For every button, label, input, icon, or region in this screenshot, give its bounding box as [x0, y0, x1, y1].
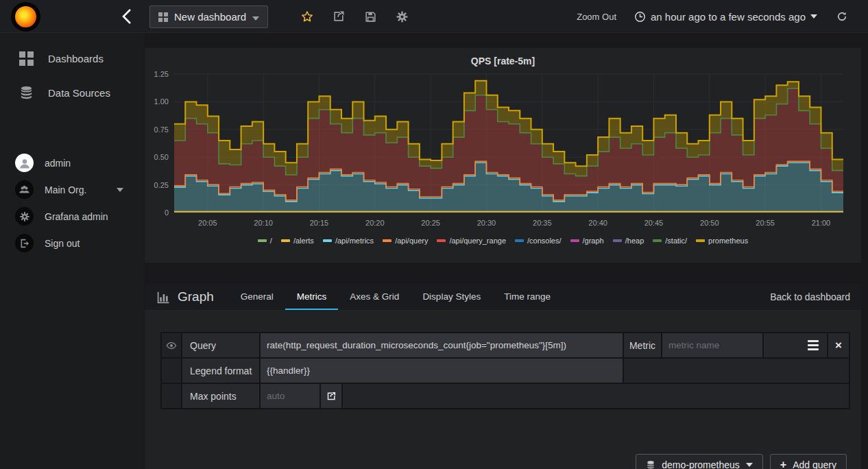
svg-text:21:00: 21:00 — [812, 219, 831, 227]
star-icon[interactable] — [300, 10, 314, 23]
svg-text:0.75: 0.75 — [154, 125, 169, 134]
legend-color-dash — [437, 239, 446, 242]
sidebar-item-label: Main Org. — [45, 184, 86, 195]
svg-text:20:40: 20:40 — [588, 219, 607, 227]
legend-format-input[interactable] — [261, 359, 623, 383]
legend-item[interactable]: /alerts — [281, 237, 314, 245]
legend-item[interactable]: / — [258, 237, 272, 245]
svg-text:20:35: 20:35 — [533, 219, 552, 227]
chart-legend: //alerts/api/metrics/api/query/api/query… — [145, 237, 861, 245]
sidebar-item-sign-out[interactable]: Sign out — [0, 230, 144, 256]
dashboard-title-dropdown[interactable]: New dashboard — [149, 5, 268, 28]
legend-item[interactable]: /heap — [613, 237, 644, 245]
svg-text:1.00: 1.00 — [154, 97, 169, 106]
svg-text:0.25: 0.25 — [154, 181, 169, 189]
row-spacer-cell — [162, 384, 181, 408]
bar-chart-icon — [156, 290, 171, 304]
editor-panel-type: Graph — [145, 284, 214, 310]
query-label: Query — [182, 333, 259, 357]
time-range-picker[interactable]: an hour ago to a few seconds ago — [634, 11, 817, 23]
legend-item[interactable]: /consoles/ — [515, 237, 562, 245]
database-icon — [646, 460, 655, 469]
tab-display-styles[interactable]: Display Styles — [411, 284, 492, 310]
row-spacer-cell — [162, 359, 181, 383]
avatar — [15, 154, 34, 172]
query-editor-table: Query Metric × — [160, 332, 850, 409]
sidebar-item-label: admin — [45, 158, 71, 169]
svg-text:20:50: 20:50 — [700, 219, 719, 227]
legend-color-dash — [281, 239, 290, 242]
qps-chart[interactable]: 00.250.500.751.001.2520:0520:1020:1520:2… — [145, 71, 860, 234]
legend-item[interactable]: /graph — [570, 237, 604, 245]
share-icon[interactable] — [332, 10, 346, 23]
legend-item[interactable]: /static/ — [653, 237, 687, 245]
panel-title[interactable]: QPS [rate-5m] — [145, 53, 861, 71]
top-navbar: New dashboard — [0, 0, 868, 33]
query-options-cell — [764, 333, 827, 357]
chevron-down-icon — [810, 14, 817, 19]
max-points-link-button[interactable] — [321, 384, 341, 408]
menu-icon[interactable] — [808, 340, 819, 350]
users-icon — [15, 180, 34, 199]
dashboard-grid-icon — [158, 12, 168, 22]
svg-text:20:30: 20:30 — [477, 219, 496, 227]
refresh-icon[interactable] — [835, 10, 849, 23]
legend-color-dash — [258, 239, 267, 242]
legend-series-label: /api/query — [395, 237, 428, 245]
legend-item[interactable]: /api/metrics — [323, 237, 374, 245]
sidebar-item-main-org[interactable]: Main Org. — [0, 176, 144, 203]
gear-icon[interactable] — [395, 10, 409, 23]
chevron-down-icon — [746, 463, 753, 467]
legend-color-dash — [613, 239, 622, 242]
sidebar-item-label: Grafana admin — [45, 211, 108, 222]
sidebar-item-label: Sign out — [45, 238, 80, 249]
tab-general[interactable]: General — [229, 284, 285, 310]
remove-query-button[interactable]: × — [828, 333, 849, 357]
legend-series-label: /static/ — [665, 237, 687, 245]
legend-series-label: /consoles/ — [527, 237, 562, 245]
query-row: Query Metric × — [162, 333, 849, 357]
main-content: QPS [rate-5m] 00.250.500.751.001.2520:05… — [144, 33, 868, 469]
svg-text:0.50: 0.50 — [154, 153, 169, 161]
legend-series-label: / — [270, 237, 272, 245]
max-points-input[interactable] — [261, 384, 320, 408]
sidebar-item-grafana-admin[interactable]: Grafana admin — [0, 203, 144, 230]
datasource-dropdown-button[interactable]: demo-prometheus — [636, 454, 763, 469]
panel-editor: Graph General Metrics Axes & Grid Displa… — [145, 284, 861, 462]
back-chevron-icon[interactable] — [121, 8, 132, 25]
external-link-icon — [326, 391, 337, 401]
sidebar-item-label: Dashboards — [48, 53, 104, 64]
metric-name-input[interactable] — [662, 333, 762, 357]
plus-icon: + — [780, 459, 786, 469]
sidebar-item-dashboards[interactable]: Dashboards — [0, 41, 144, 75]
tab-time-range[interactable]: Time range — [492, 284, 562, 310]
query-input[interactable] — [261, 333, 623, 357]
legend-format-input-cell — [261, 359, 623, 383]
legend-format-row: Legend format — [162, 359, 849, 383]
chevron-down-icon — [252, 16, 259, 21]
legend-item[interactable]: /api/query — [383, 237, 428, 245]
save-icon[interactable] — [363, 10, 377, 23]
legend-item[interactable]: /api/query_range — [437, 237, 506, 245]
grafana-logo-icon[interactable] — [11, 2, 40, 32]
zoom-out-button[interactable]: Zoom Out — [577, 12, 616, 22]
max-points-row: Max points — [162, 384, 849, 408]
grafana-flame-icon — [15, 6, 36, 27]
tab-metrics[interactable]: Metrics — [285, 284, 339, 310]
legend-color-dash — [323, 239, 332, 242]
back-to-dashboard-link[interactable]: Back to dashboard — [770, 284, 861, 310]
add-query-label: Add query — [793, 459, 836, 469]
svg-text:20:05: 20:05 — [198, 219, 217, 227]
sidebar-item-data-sources[interactable]: Data Sources — [0, 75, 144, 110]
max-points-label: Max points — [182, 384, 259, 408]
max-points-input-cell — [261, 384, 320, 408]
close-icon: × — [835, 339, 842, 352]
add-query-button[interactable]: + Add query — [770, 454, 847, 469]
sidebar-item-admin[interactable]: admin — [0, 149, 144, 176]
legend-format-label: Legend format — [182, 359, 259, 383]
toggle-visibility-button[interactable] — [162, 333, 181, 357]
time-range-label: an hour ago to a few seconds ago — [651, 11, 806, 23]
sidebar-item-label: Data Sources — [48, 87, 110, 99]
legend-item[interactable]: prometheus — [696, 237, 748, 245]
tab-axes-grid[interactable]: Axes & Grid — [338, 284, 411, 310]
